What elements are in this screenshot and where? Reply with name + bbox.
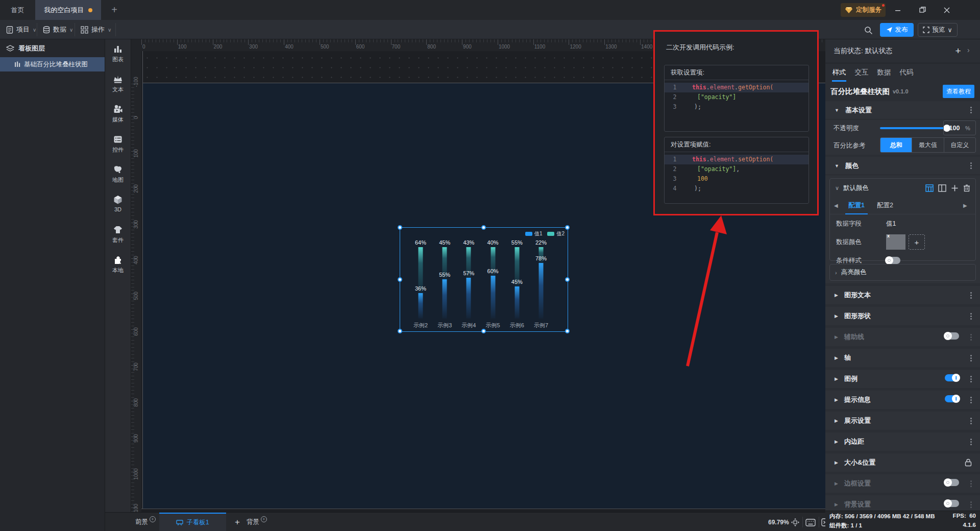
menu-project[interactable]: 项目 ∨ (6, 20, 36, 39)
expand-icon[interactable]: ▶ (835, 293, 838, 298)
maximize-button[interactable] (911, 0, 934, 20)
selection-handle[interactable] (481, 329, 486, 333)
section-row[interactable]: ▶辅助线 (825, 328, 980, 346)
opacity-input[interactable]: 100 % (943, 120, 976, 135)
menu-dots-icon[interactable] (970, 399, 972, 401)
publish-button[interactable]: 发布 (880, 23, 914, 37)
plus-icon[interactable] (951, 184, 959, 192)
expand-icon[interactable]: ▶ (835, 397, 838, 402)
section-row[interactable]: ▶图例 (825, 370, 980, 388)
fit-view-button[interactable] (790, 517, 800, 527)
tool-media[interactable]: 媒体 (105, 100, 131, 130)
color-swatch[interactable]: x (886, 234, 905, 250)
table-view-icon[interactable] (925, 184, 934, 192)
expand-icon[interactable]: ▶ (835, 460, 838, 465)
section-row[interactable]: ▶展示设置 (825, 412, 980, 430)
stacked-bar-chart-widget[interactable]: 值1 值2 64%36%示例245%55%示例343%57%示例440%60%示… (400, 227, 568, 332)
tabs-prev-icon[interactable]: ◀ (834, 203, 842, 208)
tab-style[interactable]: 样式 (828, 63, 850, 82)
menu-dots-icon[interactable] (970, 441, 972, 443)
preview-button[interactable]: 预览 ∨ (918, 23, 958, 37)
legend-item-value2[interactable]: 值2 (547, 230, 565, 237)
bar-group[interactable]: 45%55%示例3 (432, 247, 457, 329)
expand-icon[interactable]: ▶ (835, 376, 838, 381)
selection-handle[interactable] (481, 225, 486, 230)
menu-dots-icon[interactable] (970, 357, 972, 359)
basic-settings-header[interactable]: ▼ 基本设置 (825, 101, 980, 119)
opacity-slider[interactable] (880, 127, 947, 129)
legend-item-value1[interactable]: 值1 (525, 230, 543, 237)
tab-data[interactable]: 数据 (873, 63, 895, 82)
selection-handle[interactable] (565, 225, 570, 230)
section-toggle[interactable] (945, 374, 959, 381)
tool-3d[interactable]: 3D (105, 190, 131, 220)
add-foreground-icon[interactable]: + (150, 516, 156, 522)
section-row[interactable]: ▶内边距 (825, 432, 980, 451)
background-label[interactable]: 背景 + (247, 513, 267, 531)
section-toggle[interactable] (945, 332, 959, 340)
tool-kit[interactable]: 套件 (105, 220, 131, 250)
expand-icon[interactable]: ▶ (835, 418, 838, 423)
shortcuts-button[interactable] (805, 517, 816, 527)
ref-option-max[interactable]: 最大值 (912, 138, 943, 152)
selection-handle[interactable] (398, 225, 402, 230)
zoom-level[interactable]: 69.79% (768, 513, 789, 531)
chart-legend[interactable]: 值1 值2 (525, 230, 565, 237)
color-header[interactable]: ▼ 颜色 (825, 157, 980, 175)
search-button[interactable] (862, 23, 875, 37)
bar-group[interactable]: 64%36%示例2 (408, 247, 433, 329)
bar-group[interactable]: 43%57%示例4 (456, 247, 481, 329)
section-toggle[interactable] (945, 395, 959, 402)
selection-handle[interactable] (565, 329, 570, 333)
subboard-tab[interactable]: 子看板1 (159, 513, 226, 531)
highlight-color-box[interactable]: › 高亮颜色 (829, 264, 976, 281)
new-tab-button[interactable]: + (105, 0, 124, 20)
selection-handle[interactable] (565, 277, 570, 282)
section-row[interactable]: ▶轴 (825, 349, 980, 367)
section-row[interactable]: ▶图形形状 (825, 307, 980, 325)
columns-view-icon[interactable] (938, 184, 946, 192)
section-row[interactable]: ▶提示信息 (825, 391, 980, 409)
menu-dots-icon[interactable] (970, 483, 972, 485)
tab-interaction[interactable]: 交互 (850, 63, 873, 82)
layer-item-stacked-bar[interactable]: 基础百分比堆叠柱状图 (0, 57, 105, 71)
section-row[interactable]: ▶大小&位置 (825, 453, 980, 472)
tool-widget[interactable]: 控件 (105, 130, 131, 160)
menu-dots-icon[interactable] (970, 295, 972, 296)
menu-dots-icon[interactable] (970, 504, 972, 505)
tool-map[interactable]: 地图 (105, 160, 131, 190)
section-toggle[interactable] (945, 479, 959, 486)
tool-text[interactable]: 文本 (105, 69, 131, 100)
tab-code[interactable]: 代码 (895, 63, 918, 82)
menu-data[interactable]: 数据 ∨ (43, 20, 73, 39)
menu-dots-icon[interactable] (970, 378, 972, 380)
bar-group[interactable]: 22%78%示例7 (529, 247, 553, 329)
menu-dots-icon[interactable] (970, 336, 972, 338)
expand-icon[interactable]: ▶ (835, 502, 838, 507)
expand-icon[interactable]: ▶ (835, 355, 838, 360)
tabs-next-icon[interactable]: ▶ (963, 203, 971, 208)
config-tab-1[interactable]: 配置1 (848, 197, 865, 214)
menu-operation[interactable]: 操作 ∨ (81, 20, 111, 39)
tab-current-project[interactable]: 我的空白项目 (35, 0, 101, 20)
foreground-label[interactable]: 前景 + (135, 513, 156, 531)
tab-home[interactable]: 首页 (0, 0, 35, 20)
expand-icon[interactable]: ▶ (835, 313, 838, 319)
code-block-set-lines[interactable]: 1this.element.setOption(2["opacity"],310… (665, 152, 808, 194)
bar-group[interactable]: 40%60%示例5 (481, 247, 505, 329)
bar-group[interactable]: 55%45%示例6 (505, 247, 529, 329)
selection-handle[interactable] (398, 277, 402, 282)
condition-style-toggle[interactable] (886, 257, 900, 264)
ref-option-custom[interactable]: 自定义 (944, 138, 975, 152)
expand-icon[interactable]: ▶ (835, 334, 838, 340)
selection-handle[interactable] (398, 329, 402, 333)
close-button[interactable] (935, 0, 959, 20)
default-color-header[interactable]: ∨ 默认颜色 (830, 179, 975, 197)
section-toggle[interactable] (945, 500, 959, 507)
ref-option-sum[interactable]: 总和 (880, 138, 912, 152)
section-row[interactable]: ▶边框设置 (825, 474, 980, 493)
menu-dots-icon[interactable] (970, 316, 972, 317)
menu-dots-icon[interactable] (970, 109, 972, 111)
expand-icon[interactable]: ▶ (835, 481, 838, 486)
menu-dots-icon[interactable] (970, 165, 972, 166)
